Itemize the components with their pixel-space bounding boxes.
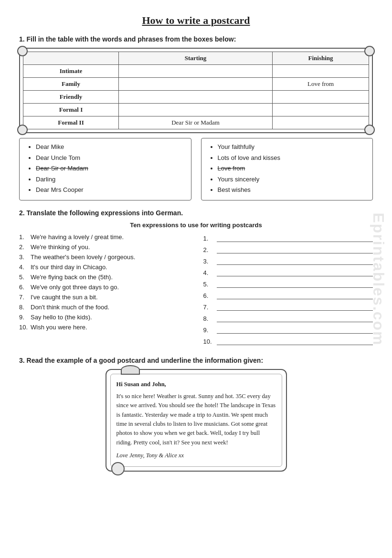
postcard-scroll: Hi Susan and John, It's so nice here! We… <box>106 369 287 472</box>
table-row: Friendly <box>23 91 369 104</box>
list-item: Dear Mike <box>36 142 183 152</box>
table-cell-finishing <box>273 65 369 78</box>
table-cell-category: Family <box>23 78 119 91</box>
table-cell-category: Formal II <box>23 116 119 129</box>
postcard-greeting: Hi Susan and John, <box>117 380 276 389</box>
expr-number: 3. <box>19 253 28 261</box>
answer-number: 5. <box>203 281 214 288</box>
expr-text: We're thinking of you. <box>31 243 189 251</box>
table-cell-finishing: Love from <box>273 78 369 91</box>
expression-item: 3.The weather's been lovely / gorgeous. <box>19 253 189 261</box>
expression-item: 9.Say hello to (the kids). <box>19 314 189 321</box>
answer-line[interactable] <box>217 302 373 311</box>
table-cell-starting: Dear Sir or Madam <box>118 116 272 129</box>
expr-text: We're having a lovely / great time. <box>31 233 189 241</box>
section-1: 1. Fill in the table with the words and … <box>19 35 373 200</box>
answer-item: 4. <box>203 268 373 276</box>
section-3: 3. Read the example of a good postcard a… <box>19 357 373 472</box>
table-cell-category: Formal I <box>23 104 119 116</box>
section-2-subtitle: Ten expressions to use for writing postc… <box>19 221 373 229</box>
answer-line[interactable] <box>217 279 373 288</box>
table-row: Intimate <box>23 65 369 78</box>
page-title: How to write a postcard <box>19 14 373 27</box>
expression-item: 10.Wish you were here. <box>19 324 189 331</box>
table-cell-starting <box>118 104 272 116</box>
expr-number: 10. <box>19 324 28 331</box>
expr-text: Don't think much of the food. <box>31 304 189 311</box>
expressions-left: 1.We're having a lovely / great time.2.W… <box>19 233 189 348</box>
section-2: 2. Translate the following expressions i… <box>19 209 373 348</box>
answer-line[interactable] <box>217 233 373 242</box>
table-cell-starting <box>118 78 272 91</box>
expression-item: 7.I've caught the sun a bit. <box>19 294 189 301</box>
expr-text: Say hello to (the kids). <box>31 314 189 321</box>
answer-number: 9. <box>203 326 214 334</box>
table-cell-category: Intimate <box>23 65 119 78</box>
col-header-finishing: Finishing <box>273 52 369 65</box>
list-item: Dear Sir or Madam <box>36 164 183 173</box>
section-1-label: 1. Fill in the table with the words and … <box>19 35 373 43</box>
scroll-bottom-circle <box>111 462 125 475</box>
table-cell-finishing <box>273 104 369 116</box>
table-cell-starting <box>118 65 272 78</box>
answer-line[interactable] <box>217 314 373 322</box>
table-scroll-border: Starting Finishing IntimateFamilyLove fr… <box>19 48 373 133</box>
list-item: Yours sincerely <box>218 175 365 184</box>
answer-item: 5. <box>203 279 373 288</box>
expression-item: 2.We're thinking of you. <box>19 243 189 251</box>
answer-number: 10. <box>203 338 214 345</box>
list-item: Best wishes <box>218 185 365 195</box>
table-cell-starting <box>118 91 272 104</box>
expression-item: 1.We're having a lovely / great time. <box>19 233 189 241</box>
expressions-grid: 1.We're having a lovely / great time.2.W… <box>19 233 373 348</box>
answer-line[interactable] <box>217 268 373 276</box>
answer-number: 6. <box>203 292 214 299</box>
answer-number: 4. <box>203 269 214 276</box>
expr-number: 1. <box>19 233 28 241</box>
section-2-label: 2. Translate the following expressions i… <box>19 209 373 217</box>
expr-number: 2. <box>19 243 28 251</box>
answer-line[interactable] <box>217 325 373 334</box>
answer-line[interactable] <box>217 291 373 299</box>
answer-line[interactable] <box>217 256 373 265</box>
postcard-signature: Love Jenny, Tony & Alice xx <box>117 451 276 460</box>
answer-item: 6. <box>203 291 373 299</box>
scroll-corner-tl <box>17 46 28 56</box>
expr-number: 4. <box>19 263 28 271</box>
postcard-wrapper: Hi Susan and John, It's so nice here! We… <box>19 369 373 472</box>
table-row: Formal I <box>23 104 369 116</box>
expr-text: Wish you were here. <box>31 324 189 331</box>
word-boxes: Dear MikeDear Uncle TomDear Sir or Madam… <box>19 138 373 200</box>
scroll-corner-br <box>364 125 375 135</box>
col-header-category <box>23 52 119 65</box>
expression-item: 4.It's our third day in Chicago. <box>19 263 189 271</box>
scroll-tab-top <box>121 365 140 375</box>
expr-text: I've caught the sun a bit. <box>31 294 189 301</box>
table-cell-finishing <box>273 116 369 129</box>
list-item: Your faithfully <box>218 142 365 152</box>
expr-number: 8. <box>19 304 28 311</box>
scroll-corner-tr <box>364 46 375 56</box>
answer-line[interactable] <box>217 337 373 345</box>
left-box-list: Dear MikeDear Uncle TomDear Sir or Madam… <box>27 142 183 195</box>
answer-item: 8. <box>203 314 373 322</box>
scroll-corner-bl <box>17 125 28 135</box>
answer-item: 3. <box>203 256 373 265</box>
list-item: Dear Uncle Tom <box>36 153 183 163</box>
col-header-starting: Starting <box>118 52 272 65</box>
answer-item: 1. <box>203 233 373 242</box>
postcard-table: Starting Finishing IntimateFamilyLove fr… <box>23 52 369 129</box>
answer-item: 10. <box>203 337 373 345</box>
answer-number: 8. <box>203 315 214 322</box>
postcard-inner: Hi Susan and John, It's so nice here! We… <box>110 374 282 467</box>
table-row: Formal IIDear Sir or Madam <box>23 116 369 129</box>
expression-item: 8.Don't think much of the food. <box>19 304 189 311</box>
table-row: FamilyLove from <box>23 78 369 91</box>
list-item: Dear Mrs Cooper <box>36 185 183 195</box>
expr-text: The weather's been lovely / gorgeous. <box>31 253 189 261</box>
answer-number: 3. <box>203 258 214 265</box>
expr-number: 5. <box>19 274 28 281</box>
table-cell-finishing <box>273 91 369 104</box>
answer-line[interactable] <box>217 245 373 253</box>
expr-text: We've only got three days to go. <box>31 284 189 291</box>
